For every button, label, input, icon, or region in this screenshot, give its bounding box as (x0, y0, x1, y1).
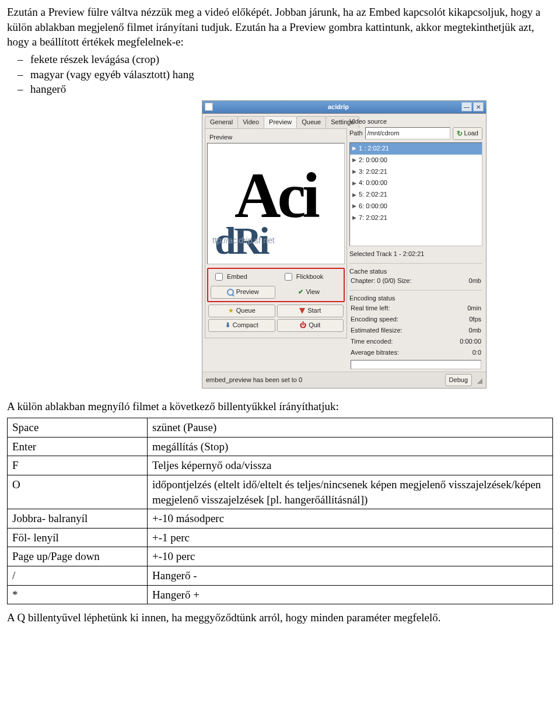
path-input[interactable]: /mnt/cdrom (365, 127, 450, 139)
track-row[interactable]: ▶7: 2:02:21 (350, 212, 482, 224)
avgbit-label: Average bitrates: (351, 348, 399, 357)
encspeed-label: Encoding speed: (351, 315, 398, 324)
pin-icon (299, 308, 305, 314)
logo-text-aci: Aci (235, 163, 317, 228)
tab-video[interactable]: Video (237, 116, 264, 128)
desc-cell: Hangerő + (148, 585, 553, 604)
track-label: 5: 2:02:21 (359, 190, 387, 199)
download-icon: ⬇ (225, 321, 230, 330)
bullet-volume: hangerő (30, 82, 553, 97)
closing-paragraph: A Q billentyűvel léphetünk ki innen, ha … (7, 610, 553, 625)
bullet-crop: fekete részek levágása (crop) (30, 52, 553, 67)
queue-button[interactable]: ★ Queue (208, 304, 275, 317)
expand-icon: ▶ (352, 156, 356, 163)
resize-grip-icon[interactable] (475, 377, 482, 384)
key-cell: * (8, 585, 148, 604)
embed-checkbox-input[interactable] (215, 273, 223, 281)
track-label: 4: 0:00:00 (359, 178, 387, 187)
preview-canvas: Aci dRi ttp://acidrip.sf.net (207, 143, 345, 264)
table-row: Föl- lenyíl+-1 perc (8, 528, 553, 547)
path-label: Path (349, 129, 363, 138)
tab-bar: General Video Preview Queue Settings (205, 116, 347, 129)
track-list[interactable]: ▶1 : 2:02:21 ▶2: 0:00:00 ▶3: 2:02:21 ▶4:… (349, 142, 482, 246)
encoding-status-header: Encoding status (349, 294, 482, 303)
minimize-button[interactable]: — (461, 102, 472, 111)
track-row[interactable]: ▶3: 2:02:21 (350, 166, 482, 178)
logo-url: ttp://acidrip.sf.net (212, 236, 275, 245)
key-cell: Space (8, 418, 148, 437)
flickbook-checkbox[interactable]: Flickbook (282, 271, 323, 282)
tab-queue[interactable]: Queue (296, 116, 326, 128)
preview-button[interactable]: Preview (211, 286, 275, 299)
flickbook-checkbox-input[interactable] (285, 273, 292, 281)
window-titlebar: acidrip — ✕ (202, 101, 486, 114)
desc-cell: Hangerő - (148, 566, 553, 586)
separator (349, 263, 482, 264)
refresh-icon: ↻ (457, 129, 463, 138)
window-title: acidrip (216, 103, 460, 111)
flickbook-label: Flickbook (296, 272, 323, 281)
table-row: Page up/Page down+-10 perc (8, 547, 553, 566)
table-row: Oidőpontjelzés (eltelt idő/eltelt és tel… (8, 475, 553, 509)
queue-button-label: Queue (236, 306, 256, 315)
close-button[interactable]: ✕ (473, 102, 484, 111)
debug-button[interactable]: Debug (445, 374, 472, 386)
avgbit-value: 0:0 (473, 348, 481, 357)
selected-track-label: Selected Track 1 - 2:02:21 (349, 250, 482, 258)
track-row[interactable]: ▶4: 0:00:00 (350, 177, 482, 189)
track-row[interactable]: ▶1 : 2:02:21 (350, 143, 482, 155)
estsize-value: 0mb (469, 326, 481, 335)
key-cell: Page up/Page down (8, 547, 148, 566)
desc-cell: Teljes képernyő oda/vissza (148, 456, 553, 475)
load-button-label: Load (464, 129, 478, 138)
key-cell: / (8, 566, 148, 586)
start-button-label: Start (307, 306, 321, 315)
realtime-label: Real time left: (351, 304, 390, 313)
tab-preview[interactable]: Preview (264, 116, 297, 128)
load-button[interactable]: ↻ Load (453, 127, 482, 140)
table-row: *Hangerő + (8, 585, 553, 604)
expand-icon: ▶ (352, 168, 356, 175)
encspeed-value: 0fps (469, 315, 481, 324)
track-label: 6: 0:00:00 (359, 202, 387, 211)
track-label: 7: 2:02:21 (359, 214, 387, 222)
quit-button[interactable]: ⏻ Quit (277, 319, 344, 332)
intro-paragraph: Ezután a Preview fülre váltva nézzük meg… (7, 5, 553, 50)
expand-icon: ▶ (352, 191, 356, 198)
expand-icon: ▶ (352, 180, 356, 187)
bullet-audio: magyar (vagy egyéb választott) hang (30, 67, 553, 82)
separator (349, 290, 482, 290)
view-button[interactable]: ✔ View (277, 286, 342, 299)
embed-checkbox[interactable]: Embed (213, 271, 247, 282)
table-row: Entermegállítás (Stop) (8, 437, 553, 456)
expand-icon: ▶ (352, 202, 356, 209)
timeenc-value: 0:00:00 (460, 337, 481, 346)
desc-cell: szünet (Pause) (148, 418, 553, 437)
desc-cell: +-10 másodperc (148, 509, 553, 528)
timeenc-label: Time encoded: (351, 337, 393, 346)
track-row[interactable]: ▶2: 0:00:00 (350, 155, 482, 166)
debug-button-label: Debug (449, 376, 468, 384)
track-row[interactable]: ▶5: 2:02:21 (350, 189, 482, 201)
compact-button-label: Compact (233, 321, 258, 330)
view-button-label: View (306, 288, 320, 296)
estsize-label: Estimated filesize: (351, 326, 402, 335)
key-cell: F (8, 456, 148, 475)
progress-bar (351, 360, 481, 369)
compact-button[interactable]: ⬇ Compact (208, 319, 275, 332)
embed-highlight: Embed Flickbook Preview ✔ (207, 268, 345, 302)
key-cell: Föl- lenyíl (8, 528, 148, 547)
expand-icon: ▶ (352, 214, 356, 221)
track-row[interactable]: ▶6: 0:00:00 (350, 201, 482, 212)
tab-general[interactable]: General (205, 116, 238, 128)
check-icon: ✔ (298, 288, 303, 296)
check-list: fekete részek levágása (crop) magyar (va… (7, 52, 553, 97)
key-cell: Jobbra- balranyíl (8, 509, 148, 528)
track-label: 3: 2:02:21 (359, 167, 387, 176)
embed-label: Embed (227, 272, 247, 281)
table-row: /Hangerő - (8, 566, 553, 586)
status-bar-text: embed_preview has been set to 0 (206, 376, 442, 384)
chapter-size-value: 0mb (469, 276, 481, 285)
keys-intro-paragraph: A külön ablakban megnyíló filmet a követ… (7, 399, 553, 414)
start-button[interactable]: Start (277, 304, 344, 317)
